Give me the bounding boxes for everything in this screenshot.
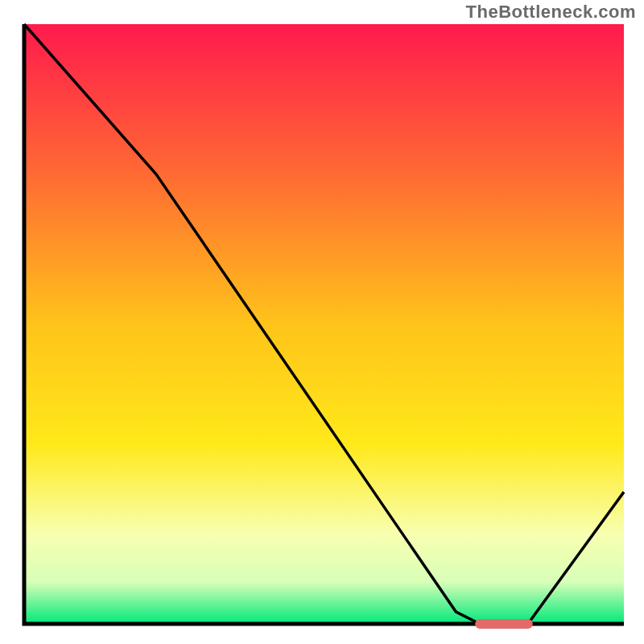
attribution-label: TheBottleneck.com — [466, 2, 636, 23]
plot-background — [24, 24, 624, 624]
bottleneck-chart — [0, 0, 644, 644]
chart-container: TheBottleneck.com — [0, 0, 644, 644]
